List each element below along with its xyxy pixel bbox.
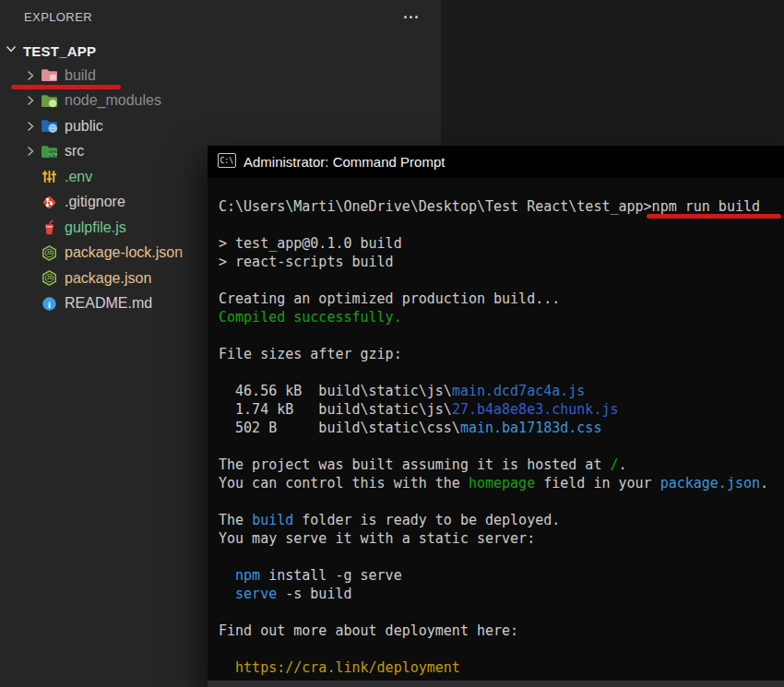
window-title: Administrator: Command Prompt xyxy=(244,154,445,170)
svg-text:i: i xyxy=(48,300,51,310)
terminal-line: Find out more about deployment here: xyxy=(219,622,784,640)
chevron-right-icon xyxy=(20,93,40,109)
folder-src-icon: </> xyxy=(40,144,58,160)
svg-text:JS: JS xyxy=(46,277,53,281)
terminal-line: The project was built assuming it is hos… xyxy=(219,456,784,474)
tree-item-label: build xyxy=(65,67,96,84)
tree-item-label: .gitignore xyxy=(65,194,125,210)
terminal-line: npm install -g serve xyxy=(219,566,784,585)
svg-text:C:\: C:\ xyxy=(220,157,234,165)
chevron-spacer xyxy=(20,219,40,235)
terminal-text-segment: 46.56 kB build\static\js\ xyxy=(219,383,452,399)
tree-item-label: src xyxy=(65,143,84,160)
tree-item-label: node_modules xyxy=(65,92,161,109)
chevron-down-icon xyxy=(4,41,18,60)
terminal-text-segment xyxy=(219,659,235,676)
terminal-text-segment: File sizes after gzip: xyxy=(219,346,402,362)
nodejs-icon: JS xyxy=(40,245,58,261)
env-sliders-icon xyxy=(40,169,58,184)
chevron-right-icon xyxy=(20,67,40,83)
svg-text:JS: JS xyxy=(46,251,53,255)
terminal-text-segment: Creating an optimized production build..… xyxy=(219,290,560,307)
terminal-line: Creating an optimized production build..… xyxy=(219,290,784,308)
command-prompt-titlebar[interactable]: C:\ Administrator: Command Prompt xyxy=(208,146,784,178)
nodejs-icon: JS xyxy=(40,270,58,286)
terminal-text-segment: serve xyxy=(235,586,277,602)
terminal-line xyxy=(219,363,784,382)
terminal-text-segment: You can control this with the xyxy=(219,475,469,492)
terminal-line: C:\Users\Marti\OneDrive\Desktop\Test Rea… xyxy=(219,197,784,216)
terminal-text-segment: Find out more about deployment here: xyxy=(219,622,518,639)
terminal-line xyxy=(219,492,784,511)
annotation-underline-build-folder xyxy=(11,85,121,89)
screen: EXPLORER TEST_APP build node_modules pub… xyxy=(0,0,784,687)
annotation-underline-npm-run-build xyxy=(647,214,781,219)
folder-node-modules-icon xyxy=(40,93,58,109)
terminal-text-segment: You may serve it with a static server: xyxy=(219,530,535,547)
terminal-text-segment: > react-scripts build xyxy=(219,254,394,270)
terminal-text-segment: Compiled successfully. xyxy=(219,309,402,326)
tree-item-label: .env xyxy=(65,169,92,185)
terminal-line: 502 B build\static\css\main.ba17183d.css xyxy=(219,419,784,437)
terminal-text-segment: . xyxy=(618,456,626,473)
svg-text:</>: </> xyxy=(48,151,58,157)
terminal-text-segment: The xyxy=(219,512,252,528)
terminal-line xyxy=(219,326,784,345)
terminal-text-segment: 27.b4a8e8e3.chunk.js xyxy=(452,401,619,418)
terminal-output[interactable]: C:\Users\Marti\OneDrive\Desktop\Test Rea… xyxy=(208,178,784,677)
terminal-line: The build folder is ready to be deployed… xyxy=(219,511,784,529)
editor-background xyxy=(441,0,784,146)
terminal-line xyxy=(219,603,784,622)
chevron-spacer xyxy=(20,245,40,261)
terminal-text-segment: main.ba17183d.css xyxy=(460,420,602,436)
tree-item-node-modules[interactable]: node_modules xyxy=(0,89,441,114)
terminal-text-segment: npm run build xyxy=(652,198,760,215)
terminal-text-segment: build xyxy=(252,512,293,528)
terminal-text-segment: package.json xyxy=(660,475,760,492)
folder-build-icon xyxy=(40,67,58,83)
tree-item-public[interactable]: public xyxy=(0,113,441,139)
terminal-line: File sizes after gzip: xyxy=(219,345,784,363)
tree-item-label: public xyxy=(65,118,103,135)
terminal-text-segment: npm xyxy=(235,567,260,584)
tree-item-label: package-lock.json xyxy=(65,244,183,261)
chevron-right-icon xyxy=(20,118,40,134)
terminal-line xyxy=(219,640,784,658)
terminal-line: > react-scripts build xyxy=(219,253,784,271)
terminal-line xyxy=(219,271,784,290)
terminal-text-segment: install -g serve xyxy=(260,567,402,584)
terminal-line: Compiled successfully. xyxy=(219,308,784,326)
window-bottom-edge xyxy=(208,681,784,687)
terminal-text-segment: 502 B build\static\css\ xyxy=(219,420,460,436)
tree-item-label: gulpfile.js xyxy=(65,219,126,236)
terminal-text-segment: 1.74 kB build\static\js\ xyxy=(219,401,452,418)
terminal-text-segment: field in your xyxy=(535,475,659,492)
terminal-text-segment: . xyxy=(760,475,768,492)
terminal-line: 46.56 kB build\static\js\main.dcd7ac4a.j… xyxy=(219,382,784,400)
chevron-right-icon xyxy=(20,144,40,160)
terminal-text-segment: homepage xyxy=(469,475,535,492)
terminal-text-segment: https://cra.link/deployment xyxy=(235,659,460,676)
terminal-text-segment: The project was built assuming it is hos… xyxy=(219,456,610,473)
terminal-line: https://cra.link/deployment xyxy=(219,658,784,677)
chevron-spacer xyxy=(20,195,40,210)
chevron-spacer xyxy=(20,169,40,184)
terminal-line: You may serve it with a static server: xyxy=(219,529,784,548)
terminal-text-segment xyxy=(219,586,235,602)
git-icon xyxy=(40,195,58,210)
terminal-line xyxy=(219,437,784,456)
terminal-text-segment: main.dcd7ac4a.js xyxy=(452,383,586,399)
terminal-text-segment xyxy=(219,567,235,584)
tree-item-label: README.md xyxy=(65,295,152,312)
terminal-line: 1.74 kB build\static\js\27.b4a8e8e3.chun… xyxy=(219,400,784,419)
project-root-row[interactable]: TEST_APP xyxy=(0,39,441,63)
gulp-icon xyxy=(40,219,58,235)
more-actions-icon[interactable] xyxy=(398,9,422,24)
terminal-text-segment: C:\Users\Marti\OneDrive\Desktop\Test Rea… xyxy=(219,198,652,215)
cmd-window-icon: C:\ xyxy=(218,153,236,172)
terminal-line xyxy=(219,548,784,566)
info-icon: i xyxy=(40,296,58,312)
terminal-text-segment: folder is ready to be deployed. xyxy=(293,512,560,528)
terminal-text-segment: > test_app@0.1.0 build xyxy=(219,235,402,252)
terminal-line: You can control this with the homepage f… xyxy=(219,474,784,492)
